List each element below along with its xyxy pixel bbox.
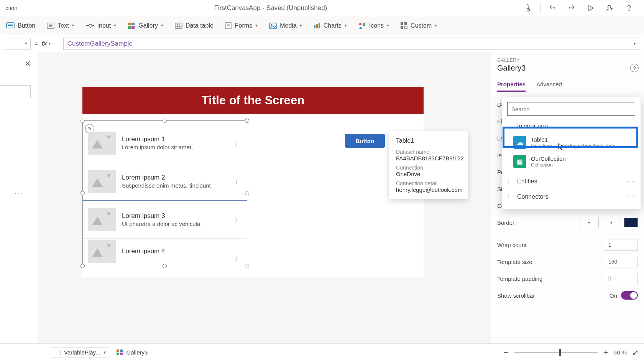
wrapcount-input[interactable]: [605, 239, 638, 251]
tree-view-pane: ✕ ···: [0, 52, 38, 343]
gallery-item-subtitle: Suspendisse enim metus, tincidunt: [122, 182, 211, 189]
formula-expand-icon[interactable]: ▾: [634, 41, 636, 46]
insert-gallery[interactable]: Gallery▾: [125, 21, 166, 31]
gallery-item-subtitle: Lorem ipsum dolor sit amet,: [122, 144, 193, 150]
section-in-your-app[interactable]: ˅ In your app: [502, 120, 641, 133]
svg-rect-5: [8, 25, 13, 26]
datasource-popup: Search ˅ In your app ☁ Table1 OneDrive -…: [502, 97, 641, 209]
section-connectors[interactable]: 〉 Connectors ···: [502, 190, 641, 203]
svg-rect-15: [175, 23, 182, 28]
breadcrumb-text: Gallery3: [127, 349, 148, 356]
screen-selector[interactable]: VariablePlay... ▾: [51, 347, 110, 358]
datatable-icon: [175, 23, 182, 29]
svg-rect-31: [401, 22, 403, 25]
equals-label: =: [34, 40, 38, 47]
resize-handle[interactable]: [163, 264, 167, 268]
border-width-dropdown[interactable]: ▾: [602, 217, 621, 228]
gallery-icon: [117, 349, 123, 356]
chevron-down-icon: ▾: [104, 350, 106, 355]
property-selector[interactable]: ▾: [4, 38, 31, 49]
insert-forms[interactable]: Forms▾: [223, 21, 260, 31]
app-checker-icon[interactable]: [519, 0, 538, 16]
close-icon[interactable]: ✕: [25, 59, 31, 68]
tab-advanced[interactable]: Advanced: [536, 78, 562, 92]
gallery-item[interactable]: Lorem ipsum 1 Lorem ipsum dolor sit amet…: [83, 124, 247, 162]
insert-button[interactable]: Button: [4, 21, 38, 31]
formula-input[interactable]: CustomGallerySample ▾: [63, 38, 640, 50]
undo-icon[interactable]: [543, 0, 562, 16]
section-entities[interactable]: 〉 Entities ···: [502, 175, 641, 188]
gallery-item[interactable]: Lorem ipsum 3 Ut pharetra a dolor ac veh…: [83, 201, 247, 239]
chevron-right-icon: 〉: [507, 193, 513, 200]
svg-point-9: [89, 24, 92, 27]
media-icon: [269, 23, 277, 29]
insert-gallery-label: Gallery: [138, 22, 158, 29]
section-overflow-icon[interactable]: ···: [628, 178, 635, 185]
ds-item-title: OurCollection: [531, 155, 566, 162]
tree-search-input[interactable]: [0, 85, 31, 98]
chevron-right-icon[interactable]: 〉: [235, 178, 242, 187]
resize-handle[interactable]: [245, 264, 249, 268]
gallery-control[interactable]: ✎ Lorem ipsum 1 Lorem ipsum dolor sit am…: [82, 120, 247, 266]
insert-custom[interactable]: Custom▾: [398, 21, 439, 31]
resize-handle[interactable]: [163, 119, 167, 123]
help-icon[interactable]: [619, 0, 639, 16]
resize-handle[interactable]: [80, 264, 85, 268]
insert-media[interactable]: Media▾: [267, 21, 304, 31]
play-icon[interactable]: [581, 0, 600, 16]
resize-handle[interactable]: [80, 119, 85, 123]
chevron-right-icon[interactable]: 〉: [235, 216, 242, 225]
redo-icon[interactable]: [562, 0, 581, 16]
charts-icon: [314, 23, 320, 29]
insert-icons[interactable]: Icons▾: [356, 21, 391, 31]
gallery-item-subtitle: Ut pharetra a dolor ac vehicula.: [122, 221, 202, 227]
insert-datatable[interactable]: Data table: [172, 21, 216, 31]
templatesize-input[interactable]: [605, 256, 638, 267]
insert-input[interactable]: Input▾: [84, 21, 119, 31]
formula-bar: ▾ = fx▾ CustomGallerySample ▾: [0, 35, 644, 52]
chevron-right-icon[interactable]: 〉: [235, 254, 242, 264]
zoom-in-button[interactable]: +: [603, 348, 608, 358]
svg-rect-33: [401, 26, 403, 29]
gallery-item-title: Lorem ipsum 3: [122, 212, 202, 220]
prop-label-templatesize: Template size: [497, 259, 532, 265]
canvas-area[interactable]: Title of the Screen ✎ Lorem ipsum 1 Lore…: [38, 52, 491, 343]
share-icon[interactable]: [600, 0, 619, 16]
datasource-search-input[interactable]: Search: [507, 102, 635, 116]
insert-charts[interactable]: Charts▾: [311, 21, 349, 31]
border-style-dropdown[interactable]: ▾: [580, 217, 599, 228]
placeholder-image-icon: [88, 208, 116, 231]
chevron-right-icon[interactable]: 〉: [235, 139, 242, 148]
panel-help-icon[interactable]: ?: [630, 64, 639, 72]
insert-button-label: Button: [18, 22, 35, 29]
tooltip-label: Dataset name: [396, 149, 461, 155]
zoom-out-button[interactable]: −: [503, 348, 508, 358]
gallery-item[interactable]: Lorem ipsum 2 Suspendisse enim metus, ti…: [83, 162, 247, 201]
fit-to-window-icon[interactable]: ⤢: [632, 348, 639, 357]
zoom-slider[interactable]: [514, 352, 598, 353]
svg-point-28: [359, 23, 361, 25]
canvas-button-control[interactable]: Button: [345, 134, 385, 148]
datasource-item-table1[interactable]: ☁ Table1 OneDrive - henry.legge@outlook.…: [502, 133, 641, 152]
insert-input-label: Input: [97, 22, 111, 29]
datasource-item-ourcollection[interactable]: ▦ OurCollection Collection: [502, 152, 641, 171]
border-color-swatch[interactable]: [624, 218, 638, 227]
placeholder-image-icon: [88, 170, 116, 193]
breadcrumb[interactable]: Gallery3: [117, 349, 148, 356]
app-title: FirstCanvasApp - Saved (Unpublished): [23, 4, 519, 12]
section-overflow-icon[interactable]: ···: [628, 193, 635, 200]
templatepadding-input[interactable]: [605, 273, 638, 284]
resize-handle[interactable]: [245, 119, 249, 123]
tab-properties[interactable]: Properties: [497, 78, 526, 92]
fx-label[interactable]: fx▾: [42, 40, 59, 48]
gallery-item-title: Lorem ipsum 4: [122, 247, 165, 255]
insert-text[interactable]: Ab Text▾: [44, 21, 76, 31]
showscrollbar-toggle[interactable]: [621, 291, 638, 300]
svg-rect-37: [117, 353, 119, 355]
svg-rect-26: [316, 24, 318, 28]
svg-marker-30: [359, 26, 362, 29]
prop-label-templatepadding: Template padding: [497, 275, 542, 282]
tooltip-value: henry.legge@outlook.com: [396, 186, 461, 193]
tree-item-overflow[interactable]: ···: [15, 190, 23, 197]
gallery-item[interactable]: Lorem ipsum 4 〉: [83, 239, 247, 264]
